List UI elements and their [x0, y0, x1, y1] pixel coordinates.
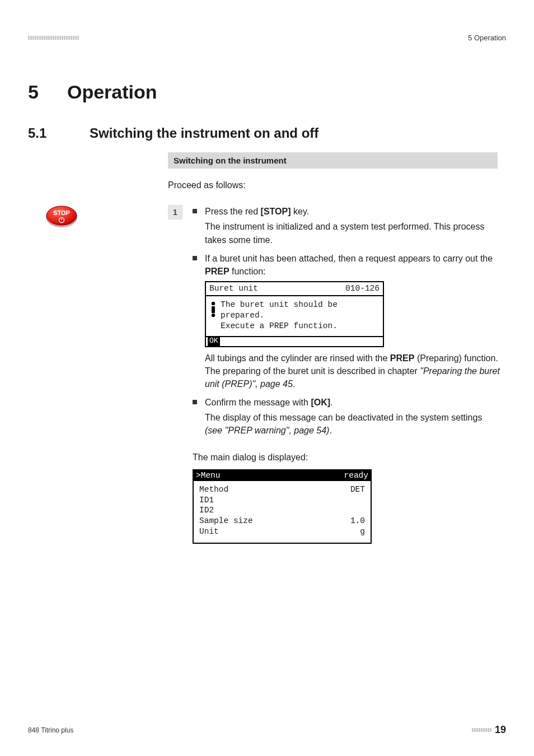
chapter-title-text: Operation [67, 81, 157, 102]
step-1: 1 Press the red [STOP] key. The instrume… [168, 205, 506, 442]
lcd-row: Sample size1.0 [197, 516, 367, 526]
lcd-footer: OK [206, 336, 383, 346]
lcd-title-left: Buret unit [209, 283, 258, 294]
list-item: Press the red [STOP] key. [193, 205, 500, 218]
lcd-title-left: >Menu [194, 470, 223, 481]
lcd-title-right: 010-126 [345, 283, 380, 294]
page: 5 Operation 5Operation 5.1 Switching the… [0, 0, 534, 756]
lcd-row: Unitg [197, 526, 367, 537]
lcd-titlebar: >Menu ready [194, 470, 371, 481]
chapter-number: 5 [28, 81, 67, 103]
lcd-screenshot-main: >Menu ready MethodDET ID1 ID2 Sample siz… [193, 469, 372, 544]
section-number: 5.1 [28, 125, 90, 141]
lcd-body: The buret unit should be prepared. Execu… [206, 296, 383, 336]
info-icon [209, 301, 219, 321]
svg-text:STOP: STOP [53, 209, 70, 216]
bullet-icon [193, 256, 197, 260]
lcd-body: MethodDET ID1 ID2 Sample size1.0 Unitg [194, 481, 371, 543]
page-footer: 848 Titrino plus 19 [28, 724, 506, 736]
bullet-3-text: Confirm the message with [OK]. [205, 396, 333, 409]
header-decoration-bars [28, 36, 79, 40]
after-lcd1-text: All tubings and the cylinder are rinsed … [205, 352, 500, 391]
lcd-ok-label: OK [208, 337, 220, 346]
intermission-text: The main dialog is displayed: [193, 451, 495, 464]
list-item: If a buret unit has been attached, then … [193, 252, 500, 278]
bullet-3-after: The display of this message can be deact… [205, 411, 500, 437]
section-title-text: Switching the instrument on and off [90, 125, 318, 141]
lcd-title-right: ready [341, 470, 371, 481]
svg-rect-6 [212, 306, 215, 313]
lcd-titlebar: Buret unit 010-126 [206, 282, 383, 296]
lcd-line: The buret unit should be [221, 300, 338, 310]
subheading: Switching on the instrument [168, 152, 498, 169]
bullet-1-text: Press the red [STOP] key. [205, 205, 309, 218]
bullet-icon [193, 400, 197, 404]
step-number-badge: 1 [168, 205, 182, 220]
step-body: Press the red [STOP] key. The instrument… [193, 205, 506, 442]
stop-key-icon: STOP [45, 205, 78, 227]
intro-text: Proceed as follows: [168, 179, 506, 192]
lcd-row: ID1 [197, 495, 367, 506]
step-content: STOP 1 Press the red [STOP] key. The ins… [28, 205, 506, 543]
svg-point-7 [212, 314, 215, 317]
chapter-heading: 5Operation [28, 81, 506, 103]
bullet-1-after: The instrument is initialized and a syst… [205, 220, 500, 246]
bullet-icon [193, 209, 197, 213]
list-item: Confirm the message with [OK]. [193, 396, 500, 409]
page-number: 19 [495, 724, 506, 736]
lcd-row: ID2 [197, 505, 367, 516]
lcd-line: prepared. [221, 310, 338, 321]
lcd-row: MethodDET [197, 484, 367, 495]
page-header: 5 Operation [28, 34, 506, 42]
footer-decoration-bars [472, 728, 491, 732]
header-section-label: 5 Operation [468, 34, 506, 42]
lcd-screenshot-prep: Buret unit 010-126 [205, 281, 384, 347]
svg-point-5 [212, 302, 215, 305]
lcd-line: Execute a PREP function. [221, 321, 338, 332]
footer-right: 19 [472, 724, 506, 736]
footer-product-name: 848 Titrino plus [28, 726, 73, 734]
lcd-message-lines: The buret unit should be prepared. Execu… [219, 300, 338, 332]
bullet-2-text: If a buret unit has been attached, then … [205, 252, 500, 278]
section-heading: 5.1 Switching the instrument on and off [28, 125, 506, 141]
